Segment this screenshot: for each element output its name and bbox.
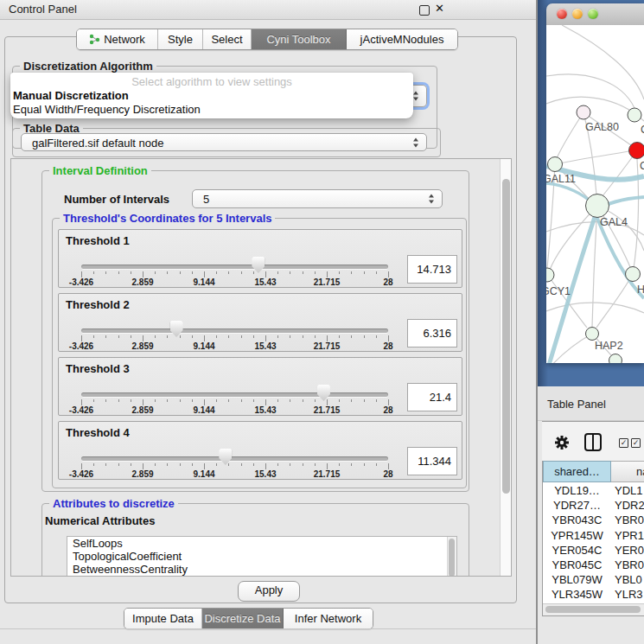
cell-name[interactable]: YBR0 <box>615 558 644 572</box>
table-horizontal-scrollbar[interactable] <box>543 603 644 615</box>
threshold-value-field[interactable]: 14.713 <box>407 255 457 284</box>
cell-name[interactable]: YER0 <box>615 543 644 558</box>
hscrollbar-thumb[interactable] <box>545 606 641 613</box>
slider-track[interactable] <box>81 328 388 333</box>
threshold-value-field[interactable]: 11.344 <box>407 447 457 475</box>
table-row[interactable]: YIL052CYIL0 <box>543 603 644 603</box>
tab-network[interactable]: Network <box>77 29 158 49</box>
checkbox-icon[interactable]: ✓ <box>631 438 641 448</box>
slider-track[interactable] <box>81 456 388 461</box>
network-node[interactable] <box>586 328 599 341</box>
cell-shared-name[interactable]: YDL19… <box>543 483 611 498</box>
tab-infer-network[interactable]: Infer Network <box>284 609 373 628</box>
threshold-value-field[interactable]: 6.316 <box>407 319 457 348</box>
cell-name[interactable]: YBL0 <box>615 572 642 587</box>
cell-shared-name[interactable]: YPR145W <box>543 528 611 543</box>
float-window-icon[interactable] <box>419 5 430 16</box>
tab-jactivemnodules[interactable]: jActiveMNodules <box>347 29 457 49</box>
tick-mark <box>253 463 254 466</box>
table-row[interactable]: YDR27…YDR2 <box>543 498 644 513</box>
network-node[interactable] <box>626 267 641 282</box>
table-data-combobox[interactable]: galFiltered.sif default node <box>21 133 427 151</box>
network-node[interactable] <box>609 354 622 364</box>
network-node[interactable] <box>586 194 609 218</box>
tick-mark <box>93 399 94 402</box>
slider-thumb[interactable] <box>317 385 330 401</box>
tab-discretize-data[interactable]: Discretize Data <box>202 609 284 628</box>
list-scrollbar[interactable] <box>447 537 456 577</box>
slider-thumb[interactable] <box>170 321 183 337</box>
checkbox-icon[interactable]: ✓ <box>619 438 628 448</box>
number-of-intervals-combobox[interactable]: 5 <box>192 189 443 208</box>
numerical-attributes-list[interactable]: SelfLoopsTopologicalCoefficientBetweenne… <box>67 536 457 577</box>
table-row[interactable]: YDL19…YDL1 <box>543 483 644 498</box>
node-label: GAL4 <box>600 216 628 228</box>
tick-mark <box>204 399 205 405</box>
tick-mark <box>131 335 131 338</box>
tick-mark <box>303 335 303 338</box>
zoom-traffic-light-icon[interactable] <box>588 9 598 19</box>
cell-name[interactable]: YBR0 <box>615 513 644 527</box>
tab-select[interactable]: Select <box>203 29 252 49</box>
attribute-list-item[interactable]: BetweennessCentrality <box>67 563 456 576</box>
tab-style[interactable]: Style <box>158 29 203 49</box>
network-window-titlebar[interactable] <box>546 3 644 26</box>
cell-name[interactable]: YLR3 <box>615 587 643 602</box>
network-canvas[interactable]: GAL80GCGAL11GAL4GCY1HHAP2 <box>546 25 644 363</box>
threshold-slider[interactable]: -3.4262.8599.14415.4321.71528 <box>81 422 389 481</box>
tick-mark <box>81 399 82 405</box>
slider-thumb[interactable] <box>219 449 232 465</box>
settings-scrollbar-thumb[interactable] <box>502 179 510 494</box>
network-node[interactable] <box>548 157 563 172</box>
popup-item-manual-discretization[interactable]: Manual Discretization <box>13 89 129 102</box>
tab-impute-data[interactable]: Impute Data <box>124 609 202 628</box>
apply-button[interactable]: Apply <box>238 581 300 602</box>
threshold-value-field[interactable]: 21.4 <box>407 383 457 411</box>
tick-mark <box>228 271 229 274</box>
table-row[interactable]: YBL079WYBL0 <box>543 572 644 587</box>
cell-shared-name[interactable]: YER054C <box>543 543 611 558</box>
attribute-list-item[interactable]: SelfLoops <box>67 537 456 550</box>
gear-icon[interactable] <box>554 435 570 450</box>
threshold-slider[interactable]: -3.4262.8599.14415.4321.71528 <box>81 230 389 289</box>
table-row[interactable]: YLR345WYLR3 <box>543 587 644 602</box>
cell-shared-name[interactable]: YBR043C <box>543 513 611 527</box>
close-traffic-light-icon[interactable] <box>557 9 567 19</box>
slider-track[interactable] <box>81 392 388 397</box>
attribute-list-item[interactable]: TopologicalCoefficient <box>67 550 456 563</box>
columns-icon[interactable] <box>584 433 602 451</box>
threshold-slider[interactable]: -3.4262.8599.14415.4321.71528 <box>81 294 389 353</box>
cell-name[interactable]: YIL0 <box>615 603 638 603</box>
tick-mark <box>265 463 266 469</box>
network-node[interactable] <box>628 108 641 122</box>
close-icon[interactable]: ✕ <box>435 2 444 15</box>
column-header-name[interactable]: na <box>611 461 644 482</box>
list-scrollbar-thumb[interactable] <box>449 539 455 577</box>
tab-cyni-toolbox[interactable]: Cyni Toolbox <box>252 29 347 49</box>
tick-mark <box>364 335 365 338</box>
network-node[interactable] <box>577 105 590 119</box>
cell-shared-name[interactable]: YLR345W <box>543 587 611 602</box>
cell-name[interactable]: YPR1 <box>615 528 644 543</box>
tick-mark <box>192 335 193 338</box>
settings-scrollbar[interactable] <box>500 159 512 576</box>
cell-name[interactable]: YDR2 <box>615 498 644 513</box>
popup-item-equal-width-frequency[interactable]: Equal Width/Frequency Discretization <box>13 103 201 116</box>
network-node[interactable] <box>546 268 554 282</box>
cell-shared-name[interactable]: YBL079W <box>543 572 611 587</box>
threshold-slider[interactable]: -3.4262.8599.14415.4321.71528 <box>81 358 389 417</box>
network-node[interactable] <box>629 143 644 159</box>
table-row[interactable]: YBR045CYBR0 <box>543 558 644 572</box>
table-row[interactable]: YBR043CYBR0 <box>543 513 644 527</box>
table-row[interactable]: YER054CYER0 <box>543 543 644 558</box>
tick-mark <box>303 399 303 402</box>
cell-shared-name[interactable]: YBR045C <box>543 558 611 572</box>
cell-shared-name[interactable]: YDR27… <box>543 498 611 513</box>
column-header-shared-name[interactable]: shared… <box>543 461 611 482</box>
minimize-traffic-light-icon[interactable] <box>572 9 583 19</box>
cell-shared-name[interactable]: YIL052C <box>543 603 611 603</box>
tick-label: 21.715 <box>314 469 341 479</box>
table-row[interactable]: YPR145WYPR1 <box>543 528 644 543</box>
cell-name[interactable]: YDL1 <box>615 483 643 498</box>
slider-track[interactable] <box>81 265 388 269</box>
